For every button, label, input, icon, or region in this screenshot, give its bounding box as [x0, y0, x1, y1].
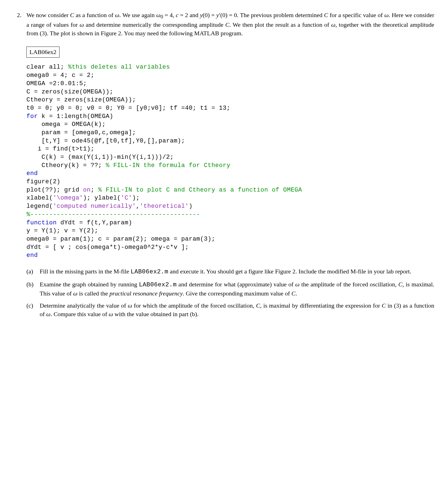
problem-body: We now consider C as a function of ω. We… — [26, 11, 434, 322]
subparts: (a) Fill in the missing parts in the M-f… — [26, 267, 434, 319]
code-string: 'C' — [121, 195, 132, 201]
code-comment: % FILL-IN the formula for Ctheory — [106, 162, 230, 169]
code-string: 'computed numerically' — [53, 203, 136, 210]
code-listing: clear all; %this deletes all variables o… — [26, 63, 434, 260]
filename: LAB06ex2.m — [131, 268, 168, 275]
code-line: C = zeros(size(OMEGA)); — [26, 88, 113, 95]
code-line: legend( — [26, 203, 53, 210]
code-line: dYdt = [ v ; cos(omega*t)-omega0^2*y-c*v… — [26, 244, 189, 251]
code-line: omega = OMEGA(k); — [26, 121, 106, 128]
code-line: param = [omega0,c,omega]; — [26, 129, 136, 136]
subpart-label: (b) — [26, 280, 36, 298]
code-line: ) — [189, 203, 193, 210]
code-line: i = find(t>t1); — [26, 146, 95, 152]
code-line: xlabel( — [26, 195, 53, 201]
filename: LAB06ex2.m — [139, 281, 177, 288]
code-string: 'theoretical' — [140, 203, 189, 210]
code-string: '\omega' — [53, 195, 83, 201]
code-line: [t,Y] = ode45(@f,[t0,tf],Y0,[],param); — [26, 138, 185, 144]
code-line: k = 1:length(OMEGA) — [38, 113, 113, 120]
subpart-label: (a) — [26, 267, 36, 276]
code-line: OMEGA =2:0.01:5; — [26, 80, 87, 87]
code-line: t0 = 0; y0 = 0; v0 = 0; Y0 = [y0;v0]; tf… — [26, 105, 230, 112]
subpart-body: Fill in the missing parts in the M-file … — [40, 267, 434, 276]
code-comment: %this deletes all variables — [68, 64, 170, 71]
code-line: omega0 = 4; c = 2; — [26, 72, 95, 79]
code-line: , — [136, 203, 140, 210]
subpart-label: (c) — [26, 302, 36, 319]
file-label-box: LAB06ex2 — [26, 47, 60, 58]
code-line: omega0 = param(1); c = param(2); omega =… — [26, 236, 215, 243]
code-line: Ctheory(k) = ??; — [26, 162, 106, 169]
code-line: y = Y(1); v = Y(2); — [26, 227, 98, 234]
code-comment: %---------------------------------------… — [26, 211, 200, 218]
code-keyword: for — [26, 113, 38, 120]
code-line: clear all; — [26, 64, 68, 71]
code-line: plot(??); grid — [26, 187, 83, 193]
subpart-body: Determine analytically the value of ω fo… — [40, 302, 434, 319]
code-string: on — [83, 187, 91, 193]
code-line: dYdt = f(t,Y,param) — [57, 219, 132, 226]
subpart-b: (b) Examine the graph obtained by runnin… — [26, 280, 434, 298]
code-keyword: function — [26, 219, 57, 226]
code-line: Ctheory = zeros(size(OMEGA)); — [26, 96, 136, 103]
subpart-body: Examine the graph obtained by running LA… — [40, 280, 434, 298]
text: . Give the corresponding maximum value o… — [183, 290, 297, 297]
problem-container: 2. We now consider C as a function of ω.… — [14, 11, 434, 322]
code-line: ); ylabel( — [83, 195, 121, 201]
intro-paragraph: We now consider C as a function of ω. We… — [26, 11, 434, 38]
code-keyword: end — [26, 252, 38, 259]
subpart-c: (c) Determine analytically the value of … — [26, 302, 434, 319]
code-comment: % FILL-IN to plot C and Ctheory as a fun… — [98, 187, 302, 193]
term: practical resonance frequency — [109, 290, 183, 297]
text: and execute it. You should get a figure … — [168, 268, 411, 275]
problem-number: 2. — [14, 11, 21, 322]
subpart-a: (a) Fill in the missing parts in the M-f… — [26, 267, 434, 276]
text: Fill in the missing parts in the M-file — [40, 268, 131, 275]
code-line: ; — [91, 187, 98, 193]
code-line: ); — [132, 195, 140, 201]
code-line: C(k) = (max(Y(i,1))-min(Y(i,1)))/2; — [26, 154, 174, 161]
code-keyword: end — [26, 170, 38, 177]
text: Examine the graph obtained by running — [40, 281, 139, 288]
code-line: figure(2) — [26, 178, 60, 185]
